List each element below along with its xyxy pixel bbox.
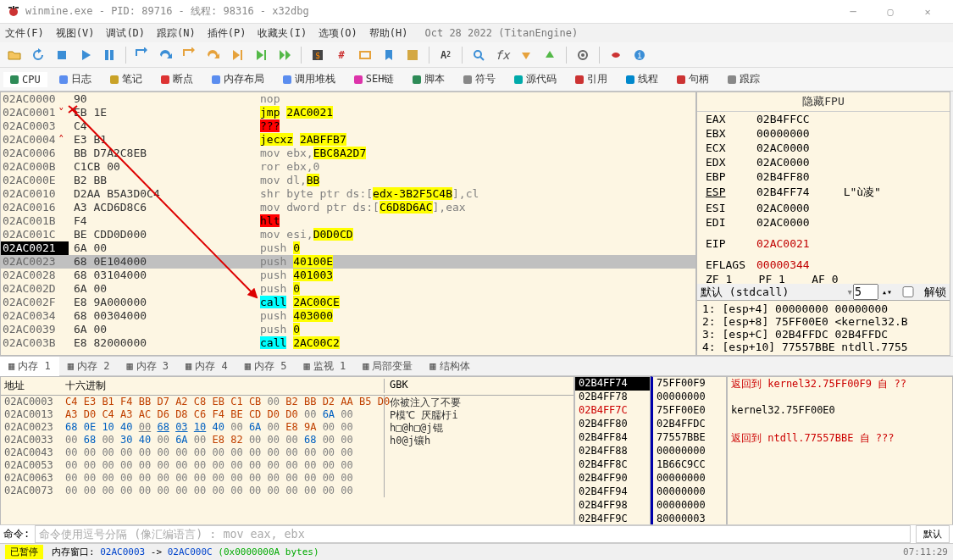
dump-row[interactable]: 02AC0003C4 E3 B1 F4 BB D7 A2 C8 EB C1 CB… <box>1 396 573 408</box>
minimize-button[interactable]: ─ <box>834 0 872 24</box>
register-row[interactable]: EDX02AC0000 <box>697 155 950 169</box>
step-icon-2[interactable] <box>202 45 224 65</box>
view-tab[interactable]: SEH链 <box>347 70 402 88</box>
stack-addr[interactable]: 02B4FF80 <box>575 418 650 431</box>
param-count[interactable] <box>853 284 878 300</box>
view-tab[interactable]: 调用堆栈 <box>276 70 342 88</box>
view-tab[interactable]: 句柄 <box>670 70 716 88</box>
stack-addr[interactable]: 02B4FF98 <box>575 499 650 513</box>
step-into-icon[interactable] <box>131 45 153 65</box>
disasm-row[interactable]: 02AC00396A 00push 0 <box>1 323 695 336</box>
stack-addr[interactable]: 02B4FF94 <box>575 485 650 499</box>
register-row[interactable]: ESP02B4FF74L"ù凌" <box>697 184 950 201</box>
stack-value[interactable]: 02B4FFDC <box>653 418 726 431</box>
dump-row[interactable]: 02AC003300 68 00 30 40 00 6A 00 E8 82 00… <box>1 434 573 446</box>
menu-item[interactable]: 文件(F) <box>5 26 44 41</box>
stack-addr[interactable]: 02B4FF78 <box>575 391 650 404</box>
stack-addr[interactable]: 02B4FF7C <box>575 404 650 418</box>
disasm-row[interactable]: 02AC002368 0E104000push 40100E <box>1 255 695 269</box>
open-icon[interactable] <box>3 45 25 65</box>
stack-value[interactable]: 00000000 <box>653 485 726 499</box>
stack-value[interactable]: 00000000 <box>653 499 726 513</box>
disasm-row[interactable]: 02AC001BF4hlt <box>1 214 695 228</box>
dump-tab[interactable]: ▦监视 1 <box>295 357 354 376</box>
registers-panel[interactable]: 隐藏FPU EAX02B4FFCCEBX00000000ECX02AC0000E… <box>696 91 950 356</box>
fx-icon[interactable]: fx <box>491 45 513 65</box>
menu-item[interactable]: 收藏夹(I) <box>258 26 307 41</box>
register-row[interactable]: ECX02AC0000 <box>697 141 950 155</box>
register-row[interactable]: EAX02B4FFCC <box>697 112 950 126</box>
eip-value[interactable]: 02AC0021 <box>756 237 810 250</box>
labels-icon[interactable] <box>354 45 376 65</box>
memory-dump[interactable]: 地址 十六进制 GBK 02AC0003C4 E3 B1 F4 BB D7 A2… <box>0 376 574 529</box>
stack-addr[interactable]: 02B4FF90 <box>575 472 650 485</box>
menu-item[interactable]: 帮助(H) <box>369 26 408 41</box>
view-tab[interactable]: 断点 <box>154 70 200 88</box>
dump-row[interactable]: 02AC005300 00 00 00 00 00 00 00 00 00 00… <box>1 459 573 472</box>
register-row[interactable]: EBX00000000 <box>697 126 950 141</box>
command-input[interactable] <box>35 525 911 543</box>
text-icon[interactable]: A2 <box>435 45 457 65</box>
disasm-row[interactable]: 02AC002868 03104000push 401003 <box>1 269 695 282</box>
step-out-icon[interactable] <box>179 45 201 65</box>
run-icon[interactable] <box>75 45 97 65</box>
dump-tab[interactable]: ▦内存 2 <box>59 357 119 376</box>
disasm-row[interactable]: 02AC000BC1CB 00ror ebx,0 <box>1 160 695 174</box>
view-tab[interactable]: 笔记 <box>103 70 149 88</box>
disasm-row[interactable]: 02AC000090nop <box>1 92 695 106</box>
stack-addr[interactable]: 02B4FF74 <box>575 377 650 391</box>
menu-item[interactable]: 视图(V) <box>56 26 95 41</box>
disasm-row[interactable]: 02AC002D6A 00push 0 <box>1 282 695 296</box>
dump-row[interactable]: 02AC006300 00 00 00 00 00 00 00 00 00 00… <box>1 472 573 485</box>
dump-tab[interactable]: ▦内存 1 <box>0 357 59 376</box>
view-tab[interactable]: 符号 <box>457 70 502 88</box>
dump-tab[interactable]: ▦内存 5 <box>236 357 296 376</box>
menu-item[interactable]: 调试(D) <box>106 26 145 41</box>
stop-icon[interactable] <box>51 45 73 65</box>
stack-value[interactable]: 1B66C9CC <box>653 458 726 472</box>
disasm-row[interactable]: 02AC0004˄E3 B1jecxz 2ABFFB7 <box>1 133 695 147</box>
menu-item[interactable]: 选项(O) <box>319 26 357 41</box>
stack-view[interactable]: 02B4FF7402B4FF7802B4FF7C02B4FF8002B4FF84… <box>574 376 953 529</box>
status-addr2[interactable]: 02AC000C <box>168 546 213 557</box>
disasm-row[interactable]: 02AC00216A 00push 0 <box>1 241 695 255</box>
dump-row[interactable]: 02AC007300 00 00 00 00 00 00 00 00 00 00… <box>1 485 573 497</box>
menu-item[interactable]: 插件(P) <box>208 26 247 41</box>
scylla-icon[interactable] <box>605 45 627 65</box>
menu-item[interactable]: 跟踪(N) <box>157 26 196 41</box>
stack-value[interactable]: 00000000 <box>653 445 726 458</box>
search-icon[interactable] <box>468 45 490 65</box>
disasm-row[interactable]: 02AC000EB2 BBmov dl,BB <box>1 174 695 187</box>
stack-value[interactable]: 75FF00F9 <box>653 377 726 391</box>
view-tab[interactable]: CPU <box>3 72 47 87</box>
dump-row[interactable]: 02AC002368 0E 10 40 00 68 03 10 40 00 6A… <box>1 421 573 434</box>
disasm-row[interactable]: 02AC001CBE CDD0D000mov esi,D0D0CD <box>1 228 695 241</box>
settings-icon[interactable] <box>572 45 594 65</box>
close-button[interactable]: ✕ <box>909 0 946 24</box>
view-tab[interactable]: 引用 <box>568 70 614 88</box>
register-row[interactable]: EBP02B4FF80 <box>697 169 950 184</box>
register-row[interactable]: EDI02AC0000 <box>697 215 950 230</box>
disasm-row[interactable]: 02AC0010D2AA B5A3D0C4shr byte ptr ds:[ed… <box>1 187 695 201</box>
disasm-row[interactable]: 02AC003468 00304000push 403000 <box>1 309 695 323</box>
dump-tab[interactable]: ▦局部变量 <box>354 357 421 376</box>
stack-value[interactable]: 00000000 <box>653 472 726 485</box>
lock-checkbox[interactable] <box>895 286 921 297</box>
dump-tab[interactable]: ▦内存 3 <box>118 357 177 376</box>
status-addr1[interactable]: 02AC0003 <box>100 546 145 557</box>
stack-value[interactable]: 77557BBE <box>653 431 726 445</box>
disasm-row[interactable]: 02AC003BE8 82000000call 2AC00C2 <box>1 336 695 350</box>
dump-tab[interactable]: ▦内存 4 <box>177 357 236 376</box>
down-icon[interactable] <box>515 45 537 65</box>
command-default[interactable]: 默认 <box>916 525 950 543</box>
pause-icon[interactable] <box>98 45 120 65</box>
dump-row[interactable]: 02AC0013A3 D0 C4 A3 AC D6 D8 C6 F4 BE CD… <box>1 408 573 421</box>
restart-icon[interactable] <box>27 45 49 65</box>
stack-value[interactable]: 00000000 <box>653 391 726 404</box>
view-tab[interactable]: 内存布局 <box>205 70 271 88</box>
stack-addr[interactable]: 02B4FF84 <box>575 431 650 445</box>
bookmarks-icon[interactable] <box>378 45 400 65</box>
disasm-row[interactable]: 02AC0016A3 ACD6D8C6mov dword ptr ds:[C6D… <box>1 201 695 214</box>
register-row[interactable]: ESI02AC0000 <box>697 201 950 215</box>
trace-into-icon[interactable] <box>250 45 272 65</box>
